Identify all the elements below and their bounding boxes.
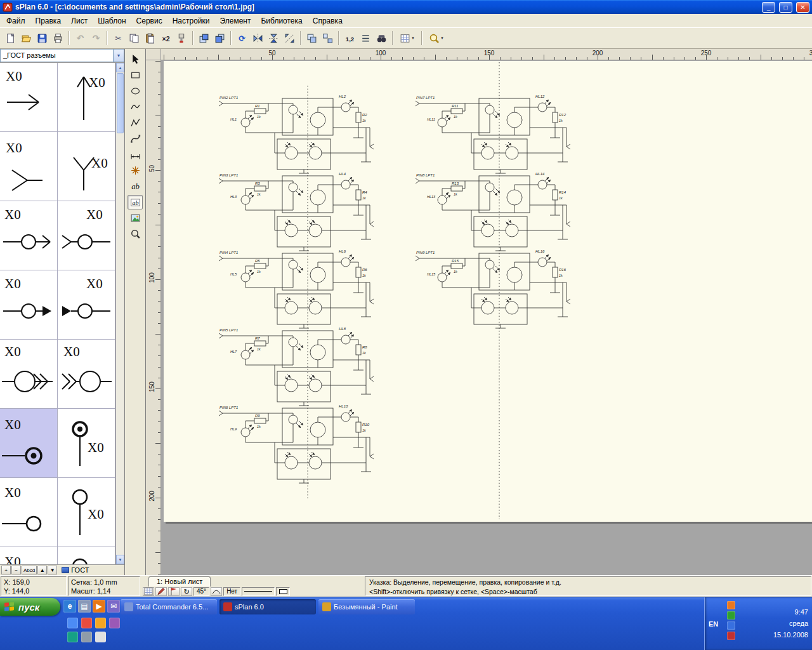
polyline-tool[interactable]	[128, 116, 143, 130]
add-symbol-button[interactable]: +	[1, 566, 11, 574]
zoom-mode-button[interactable]: ▼	[425, 30, 448, 46]
library-cell-arrow-right[interactable]: X0	[0, 63, 58, 132]
icon-agent[interactable]	[95, 618, 106, 628]
library-cell-circle-arrow[interactable]: X0	[0, 201, 58, 270]
menu-element[interactable]: Элемент	[215, 15, 256, 27]
line-style-preview[interactable]	[242, 587, 275, 596]
grid-toggle-button[interactable]	[143, 587, 154, 596]
undo-button[interactable]: ↶	[72, 30, 88, 46]
dimension-tool[interactable]	[128, 147, 143, 162]
rename-symbol-button[interactable]: Abcd	[22, 566, 37, 574]
menu-edit[interactable]: Правка	[30, 15, 67, 27]
mirror-vertical-button[interactable]	[266, 30, 282, 46]
library-scrollbar[interactable]: ▲ ▼	[115, 63, 124, 564]
curve-mode-icon[interactable]	[211, 587, 222, 596]
redo-button[interactable]: ↷	[88, 30, 104, 46]
rotate-step-icon[interactable]: ↻	[181, 587, 192, 596]
library-cell-circle-line[interactable]: X0	[0, 478, 58, 547]
quicklaunch-internet-explorer[interactable]: e	[63, 600, 76, 613]
curve-mode-value[interactable]: Нет	[223, 587, 240, 596]
send-to-back-button[interactable]	[212, 30, 228, 46]
library-cell-fork-up[interactable]: X0	[58, 132, 115, 201]
remove-symbol-button[interactable]: −	[11, 566, 21, 574]
grid-settings-button[interactable]: ▼	[396, 30, 419, 46]
rotate-angle-value[interactable]: 45°	[193, 587, 209, 596]
library-cell-circle-line[interactable]: X0	[0, 547, 58, 564]
mirror-diagonal-button[interactable]	[282, 30, 298, 46]
menu-file[interactable]: Файл	[1, 15, 30, 27]
copy-button[interactable]	[126, 30, 142, 46]
ungroup-elements-button[interactable]	[320, 30, 336, 46]
quicklaunch-media-player[interactable]: ▶	[93, 600, 105, 613]
rotate-button[interactable]: ⟳	[234, 30, 250, 46]
save-button[interactable]	[34, 30, 50, 46]
snap-toggle-button[interactable]	[155, 587, 167, 596]
tray-icon-volume[interactable]	[727, 621, 735, 630]
start-button[interactable]: пуск	[0, 598, 60, 616]
tray-icon-update[interactable]	[727, 601, 735, 609]
move-up-button[interactable]: ▲	[37, 566, 47, 574]
parts-list-button[interactable]	[358, 30, 374, 46]
library-cell-arrow-up[interactable]: X0	[58, 63, 115, 132]
library-cell-arrow-circle[interactable]: X0	[58, 201, 115, 270]
duplicate-x2-button[interactable]: ×2	[158, 30, 174, 46]
new-document-button[interactable]	[3, 30, 18, 46]
scroll-up-icon[interactable]: ▲	[116, 63, 124, 72]
move-down-button[interactable]: ▼	[48, 566, 57, 574]
bezier-tool[interactable]	[128, 131, 143, 146]
library-cell-chevrons-circle[interactable]: X0	[58, 340, 115, 409]
print-button[interactable]	[50, 30, 66, 46]
textbox-tool[interactable]: ab	[128, 195, 143, 209]
drawing-region[interactable]: PIN2 LPT1R11kHL1HL2R21kPIN3 LPT1R31kHL3H…	[161, 60, 812, 575]
group-elements-button[interactable]	[304, 30, 320, 46]
library-cell-bullseye-line[interactable]: X0	[0, 409, 58, 478]
minimize-button[interactable]: _	[762, 2, 775, 13]
library-cell-circle-stem[interactable]: X0	[58, 478, 115, 547]
library-cell-arrow-circle-filled[interactable]: X0	[58, 270, 115, 340]
language-indicator[interactable]: EN	[709, 600, 723, 647]
cut-button[interactable]: ✂	[110, 30, 126, 46]
paste-button[interactable]	[142, 30, 158, 46]
bring-to-front-button[interactable]	[196, 30, 212, 46]
library-cell-circle-stem[interactable]: X0	[58, 547, 115, 564]
open-folder-button[interactable]	[18, 30, 34, 46]
icon-globe[interactable]	[67, 618, 78, 628]
fill-style-preview[interactable]	[276, 587, 290, 596]
menu-sheet[interactable]: Лист	[66, 15, 93, 27]
icon-messenger[interactable]	[81, 618, 92, 628]
menu-service[interactable]: Сервис	[131, 15, 167, 27]
search-button[interactable]	[374, 30, 390, 46]
quicklaunch-show-desktop[interactable]: ▤	[78, 600, 91, 613]
scrollbar-track[interactable]	[116, 134, 124, 555]
menu-settings[interactable]: Настройки	[167, 15, 215, 27]
menu-template[interactable]: Шаблон	[93, 15, 131, 27]
rectangle-tool[interactable]	[128, 68, 143, 83]
menu-library[interactable]: Библиотека	[256, 15, 307, 27]
icon-disk[interactable]	[95, 632, 106, 642]
library-cell-circle-arrow-filled[interactable]: X0	[0, 270, 58, 340]
text-tool[interactable]: ab	[128, 179, 143, 194]
ellipse-tool[interactable]	[128, 84, 143, 98]
select-tool[interactable]	[128, 52, 143, 67]
dropdown-arrow-icon[interactable]: ▼	[113, 50, 124, 62]
node-tool[interactable]	[128, 163, 143, 178]
scrollbar-thumb[interactable]	[117, 73, 124, 133]
library-dropdown[interactable]: _ГОСТ разъемы ▼	[0, 49, 124, 62]
icon-browser[interactable]	[67, 632, 78, 642]
task-paint[interactable]: Безымянный - Paint	[318, 599, 415, 614]
special-shape-tool[interactable]	[128, 100, 143, 114]
icon-tools[interactable]	[81, 632, 92, 642]
image-tool[interactable]	[128, 211, 143, 225]
icon-mail[interactable]	[109, 618, 120, 628]
sheet-tab[interactable]: 1: Новый лист	[148, 576, 211, 587]
close-button[interactable]: ✕	[796, 2, 809, 13]
tray-icon-agent[interactable]	[727, 632, 735, 640]
menu-help[interactable]: Справка	[308, 15, 348, 27]
quicklaunch-mail[interactable]: ✉	[107, 600, 120, 613]
tray-icon-antivirus[interactable]	[727, 611, 735, 620]
library-cell-bullseye-stem[interactable]: X0	[58, 409, 115, 478]
library-cell-circle-chevrons[interactable]: X0	[0, 340, 58, 409]
task-splan[interactable]: sPlan 6.0	[219, 599, 316, 614]
format-painter-button[interactable]	[174, 30, 190, 46]
library-cell-fork-left[interactable]: X0	[0, 132, 58, 201]
